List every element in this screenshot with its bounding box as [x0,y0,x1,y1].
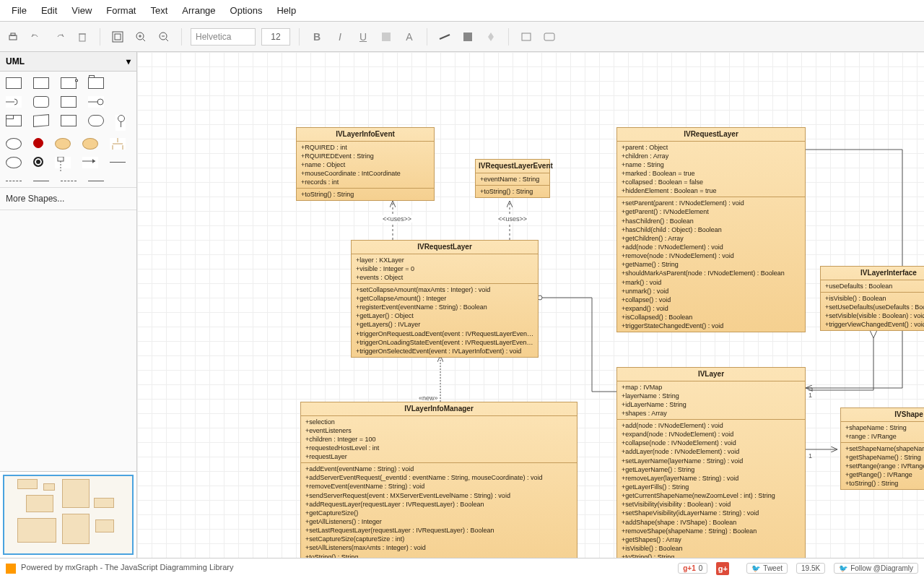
uml-op: +getRange() : IVRange [845,470,924,479]
menu-help[interactable]: Help [269,2,303,19]
menu-options[interactable]: Options [223,2,270,19]
main-area: UML ▾ [0,52,924,558]
uml-op: +getShapes() : Array [622,535,801,544]
shape-initial[interactable] [33,138,43,148]
uml-class-D[interactable]: IVRequestLayer+parent : Object+children … [616,127,806,332]
menu-arrange[interactable]: Arrange [175,2,222,19]
shape-final-state[interactable] [82,138,98,150]
uml-class-A[interactable]: IVLayerInfoEvent+RQUIRED : int+RQUIREDEv… [296,127,435,201]
shape-aggregation[interactable] [88,181,104,181]
diagram-canvas[interactable]: 1 1 <<uses>> <<uses>> «new» IVLayerInfoE… [137,52,924,558]
zoom-out-icon[interactable] [155,28,173,46]
uml-attrs: +map : IVMap+layerName : String+idLayerN… [617,381,805,420]
font-name-select[interactable]: Helvetica [191,28,256,46]
menu-file[interactable]: File [4,2,34,19]
uml-op: +collapse() : void [622,296,801,304]
uml-class-G[interactable]: IVLayer+map : IVMap+layerName : String+i… [616,367,806,558]
uml-ops: +setShapeName(shapeName : String) : void… [841,443,924,490]
uml-title: IVLayerInfoEvent [297,128,434,142]
shape-class[interactable] [6,77,22,89]
font-size-input[interactable]: 12 [261,28,290,46]
uml-op: +remove(node : IVNodeElement) : void [622,251,801,260]
uml-attr: +selection [305,418,572,426]
delete-icon[interactable] [74,28,91,46]
shape-package[interactable] [88,77,104,89]
uml-attrs: +selection+eventListeners+children : Int… [301,416,577,464]
gradient-icon[interactable] [459,28,476,46]
sidebar-section-uml[interactable]: UML ▾ [0,52,136,72]
uml-op: +add(node : IVNodeElement) : void [622,243,801,251]
uml-op: +toString() : String [301,190,430,199]
shape-component[interactable] [61,77,77,89]
shape-message[interactable] [82,157,98,168]
shape-generalization[interactable] [33,181,49,181]
line-color-icon[interactable] [436,28,453,46]
svg-rect-16 [522,33,531,40]
menu-text[interactable]: Text [143,2,175,19]
redo-icon[interactable] [51,28,68,46]
fit-icon[interactable] [109,28,126,46]
uml-attr: +name : Object [301,160,430,169]
tweet-button[interactable]: 🐦 Tweet [746,563,788,574]
menu-edit[interactable]: Edit [34,2,64,19]
mxgraph-icon [6,564,16,574]
shadow-icon[interactable] [482,28,500,46]
fill-color-icon[interactable] [378,28,395,46]
uml-title: IVLayerInfoManager [301,402,577,416]
uml-op: +getLayers() : IVLayer [356,320,533,329]
uml-attrs: +RQUIRED : int+RQUIREDEvent : String+nam… [297,142,434,189]
shape-object[interactable] [61,96,77,108]
uml-attr: +RQUIRED : int [301,143,430,152]
uml-attr: +eventListeners [305,426,572,435]
shape-assoc[interactable] [110,162,126,163]
uml-title: IVShape [841,408,924,422]
uml-class-B[interactable]: IVRequestLayerEvent+eventName : String+t… [475,159,550,198]
shape-realization[interactable] [61,181,77,181]
shape-usecase[interactable] [6,138,22,150]
uml-class-H[interactable]: IVShape+shapeName : String+range : IVRan… [840,407,924,490]
follow-button[interactable]: 🐦 Follow @Diagramly [834,563,918,574]
powered-by-label: Powered by mxGraph - The JavaScript Diag… [21,563,233,571]
shape-rect-icon[interactable] [518,28,535,46]
bold-icon[interactable]: B [308,28,326,46]
font-color-icon[interactable]: A [401,28,418,46]
shape-required-interface[interactable] [6,96,22,108]
shape-state[interactable] [55,138,71,150]
gplus-icon[interactable]: g+ [716,562,729,575]
shape-rounded-icon[interactable] [541,28,558,46]
italic-icon[interactable]: I [331,28,349,46]
overview-viewport[interactable] [3,475,134,555]
shape-fork[interactable] [110,138,126,150]
overview-panel[interactable] [0,471,136,558]
shape-empty-circle[interactable] [6,157,22,168]
more-shapes-link[interactable]: More Shapes... [0,187,136,210]
undo-icon[interactable] [27,28,45,46]
shape-actor[interactable] [116,115,126,131]
uml-op: +getName() : String [622,260,801,269]
menu-view[interactable]: View [64,2,99,19]
uml-op: +add(node : IVNodeElement) : void [622,421,801,430]
shape-lifeline[interactable] [55,157,71,168]
shape-dependency[interactable] [6,181,22,181]
shape-frame[interactable] [6,115,22,126]
menu-format[interactable]: Format [99,2,143,19]
shape-final[interactable] [33,157,43,167]
shape-note[interactable] [61,115,77,126]
shape-node[interactable] [33,114,49,127]
gplus-count[interactable]: g+1 0 [678,563,707,574]
uml-op: +getLayerName() : String [622,465,801,474]
uml-class-F[interactable]: IVLayerInfoManager+selection+eventListen… [300,402,578,558]
zoom-in-icon[interactable] [132,28,149,46]
uml-op: +triggerOnLoadingStateEvent(event : IVRe… [356,338,533,347]
shape-rounded[interactable] [33,96,49,108]
uml-class-E[interactable]: IVLayerInterface+useDefaults : Boolean+i… [820,266,924,331]
powered-by[interactable]: Powered by mxGraph - The JavaScript Diag… [6,563,234,573]
shape-lollipop[interactable] [88,96,104,108]
uml-attr: +name : String [622,160,801,169]
underline-icon[interactable]: U [354,28,372,46]
uml-op: +shouldMarkAsParent(node : IVNodeElement… [622,269,801,277]
shape-activity[interactable] [88,115,104,126]
print-icon[interactable] [4,28,22,46]
uml-class-C[interactable]: IVRequestLayer+layer : KXLayer+visible :… [351,240,539,358]
shape-class-2[interactable] [33,77,49,89]
